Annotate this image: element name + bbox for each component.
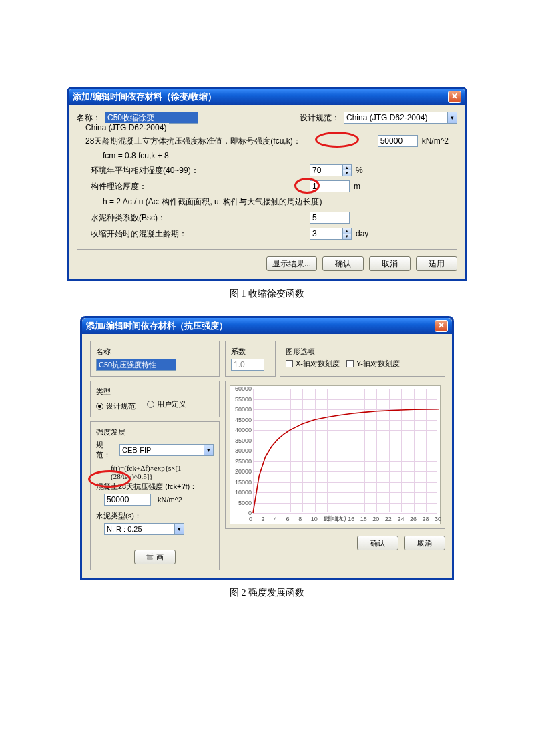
titlebar[interactable]: 添加/编辑时间依存材料（徐变/收缩） ✕ <box>69 89 465 105</box>
radio-user-defined-label: 用户定义 <box>157 399 186 409</box>
chart-curve <box>230 386 441 525</box>
name-label-2: 名称 <box>96 347 214 357</box>
spin-down-icon[interactable]: ▾ <box>343 234 351 239</box>
humidity-spinner[interactable]: ▴▾ <box>342 164 352 176</box>
chevron-down-icon[interactable]: ▾ <box>174 524 184 534</box>
name-input-2[interactable]: C50抗压强度特性 <box>96 359 176 371</box>
coef-panel: 系数 1.0 <box>225 341 276 377</box>
fcu-label: 28天龄期混凝土立方体抗压强度标准值，即标号强度(fcu,k)： <box>85 136 374 147</box>
age-spinner[interactable]: ▴▾ <box>342 228 352 240</box>
age-unit: day <box>356 229 368 238</box>
right-column: 系数 1.0 图形选项 X-轴对数刻度 Y-轴对数刻度 024681012141… <box>225 341 445 570</box>
name-panel: 名称 C50抗压强度特性 <box>90 341 220 377</box>
spec-dropdown[interactable]: China (JTG D62-2004) ▾ <box>344 112 457 124</box>
coef-label: 系数 <box>231 347 270 357</box>
dialog-body: 名称： C50收缩徐变 设计规范： China (JTG D62-2004) ▾… <box>69 105 465 279</box>
show-results-button[interactable]: 显示结果... <box>266 256 317 271</box>
group-legend: China (JTG D62-2004) <box>83 123 169 132</box>
spec-group: China (JTG D62-2004) 28天龄期混凝土立方体抗压强度标准值，… <box>77 128 457 250</box>
name-label: 名称： <box>77 112 101 124</box>
figure-2-caption: 图 2 强度发展函数 <box>230 587 304 599</box>
radio-design-spec-label: 设计规范 <box>106 401 136 411</box>
figure-1-caption: 图 1 收缩徐变函数 <box>230 288 304 300</box>
fck-input[interactable]: 50000 <box>104 494 151 506</box>
bsc-label: 水泥种类系数(Bsc)： <box>85 212 306 224</box>
cement-value: N, R : 0.25 <box>105 525 174 533</box>
spec-label: 设计规范： <box>300 112 340 124</box>
chk-xlog[interactable]: X-轴对数刻度 <box>286 359 340 369</box>
cement-dropdown[interactable]: N, R : 0.25 ▾ <box>104 523 184 535</box>
chk-ylog-label: Y-轴对数刻度 <box>356 359 400 369</box>
chart-panel: 0246810121416182022242628300500010000150… <box>225 381 445 529</box>
thickness-unit: m <box>354 182 360 191</box>
type-panel: 类型 设计规范 用户定义 <box>90 381 220 417</box>
ok-button[interactable]: 确认 <box>322 256 364 271</box>
thickness-input[interactable]: 1 <box>310 180 350 192</box>
thickness-label: 构件理论厚度： <box>85 181 306 192</box>
ok-button-2[interactable]: 确认 <box>357 536 398 550</box>
fcu-unit: kN/m^2 <box>422 136 449 146</box>
chk-xlog-label: X-轴对数刻度 <box>296 359 340 369</box>
button-bar: 显示结果... 确认 取消 适用 <box>77 256 457 271</box>
age-input[interactable]: 3 <box>310 228 343 240</box>
humidity-unit: % <box>356 166 363 175</box>
name-input[interactable]: C50收缩徐变 <box>105 112 198 124</box>
strength-dev-panel: 强度发展 规范： CEB-FIP ▾ f(t)=(fck+Δf)×exp{s×[… <box>90 421 220 570</box>
h-formula: h = 2 Ac / u (Ac: 构件截面面积, u: 构件与大气接触的周边长… <box>103 196 322 208</box>
spec-value-2: CEB-FIP <box>120 446 204 454</box>
dialog-title-2: 添加/编辑时间依存材料（抗压强度） <box>86 320 228 332</box>
graph-options-panel: 图形选项 X-轴对数刻度 Y-轴对数刻度 <box>280 341 445 377</box>
dev-legend: 强度发展 <box>96 427 214 437</box>
chevron-down-icon[interactable]: ▾ <box>447 112 457 123</box>
radio-design-spec[interactable]: 设计规范 <box>96 401 136 411</box>
formula-text: f(t)=(fck+Δf)×exp{s×[1-(28/teq)^0.5]} <box>111 464 214 480</box>
humidity-input[interactable]: 70 <box>310 164 343 176</box>
apply-button[interactable]: 适用 <box>416 256 457 271</box>
spec-dropdown-2[interactable]: CEB-FIP ▾ <box>119 444 214 456</box>
type-legend: 类型 <box>96 387 214 397</box>
spin-up-icon[interactable]: ▴ <box>343 228 351 234</box>
spin-down-icon[interactable]: ▾ <box>343 170 351 176</box>
age-label: 收缩开始时的混凝土龄期： <box>85 228 306 240</box>
left-column: 名称 C50抗压强度特性 类型 设计规范 用户定义 强度发展 规范： CEB <box>90 341 220 570</box>
creep-shrinkage-dialog: 添加/编辑时间依存材料（徐变/收缩） ✕ 名称： C50收缩徐变 设计规范： C… <box>67 87 467 281</box>
spec-label-2: 规范： <box>96 440 117 460</box>
chevron-down-icon[interactable]: ▾ <box>204 445 213 455</box>
bsc-input[interactable]: 5 <box>310 212 350 224</box>
titlebar-2[interactable]: 添加/编辑时间依存材料（抗压强度） ✕ <box>82 318 452 334</box>
graph-legend: 图形选项 <box>286 347 439 357</box>
fck-label: 混凝土28天抗压强度 (fck+?f)： <box>96 482 214 492</box>
cement-label: 水泥类型(s)： <box>96 511 214 521</box>
redraw-button[interactable]: 重 画 <box>134 550 176 564</box>
humidity-label: 环境年平均相对湿度(40~99)： <box>85 165 306 176</box>
strength-chart: 0246810121416182022242628300500010000150… <box>230 385 441 524</box>
radio-user-defined[interactable]: 用户定义 <box>147 399 186 409</box>
spin-up-icon[interactable]: ▴ <box>343 165 351 170</box>
strength-dialog: 添加/编辑时间依存材料（抗压强度） ✕ 名称 C50抗压强度特性 类型 设计规范… <box>80 316 454 580</box>
fcm-formula: fcm = 0.8 fcu,k + 8 <box>103 151 169 160</box>
coef-input: 1.0 <box>231 359 264 371</box>
cancel-button-2[interactable]: 取消 <box>404 536 445 550</box>
chk-ylog[interactable]: Y-轴对数刻度 <box>346 359 400 369</box>
dialog-title: 添加/编辑时间依存材料（徐变/收缩） <box>73 91 216 103</box>
cancel-button[interactable]: 取消 <box>369 256 411 271</box>
close-icon[interactable]: ✕ <box>448 91 461 103</box>
spec-value: China (JTG D62-2004) <box>344 113 447 122</box>
fck-unit: kN/m^2 <box>158 496 182 504</box>
close-icon[interactable]: ✕ <box>435 320 448 332</box>
fcu-input[interactable]: 50000 <box>378 135 418 147</box>
dialog-body-2: 名称 C50抗压强度特性 类型 设计规范 用户定义 强度发展 规范： CEB <box>82 334 452 578</box>
